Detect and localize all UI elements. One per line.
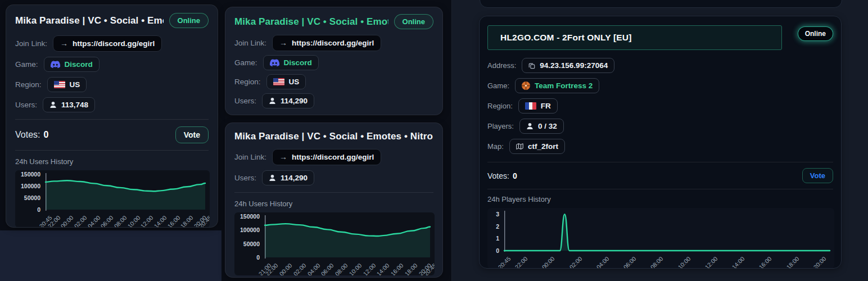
- users-history-chart: 15000010000050000020:4522:0000:0002:0004…: [15, 170, 210, 228]
- server-list-page: Mika Paradise | VC • Social • Emotes ...…: [0, 0, 868, 281]
- divider: [487, 162, 833, 162]
- players-value: 0 / 32: [538, 121, 557, 131]
- votes-count: 0: [513, 171, 517, 180]
- game-pill[interactable]: Team Fortress 2: [515, 78, 599, 93]
- card-header: Mika Paradise | VC • Social • Emotes • N…: [234, 131, 433, 142]
- game-pill[interactable]: Discord: [44, 57, 100, 72]
- users-label: Users:: [234, 174, 256, 182]
- discord-icon: [270, 59, 279, 66]
- address-value: 94.23.156.99:27064: [540, 61, 608, 70]
- join-link-row: Join Link: → https://discord.gg/egirl: [234, 35, 433, 51]
- votes-text: Votes:0: [15, 130, 48, 140]
- chart-title: 24h Users History: [234, 200, 433, 208]
- user-icon: [269, 97, 276, 105]
- address-label: Address:: [487, 61, 516, 70]
- copy-icon: [528, 62, 535, 69]
- users-value: 114,290: [281, 96, 308, 106]
- region-pill: US: [47, 77, 87, 92]
- map-icon: [516, 143, 523, 150]
- card-header: Mika Paradise | VC • Social • Emotes ...…: [234, 14, 433, 29]
- status-badge: Online: [169, 13, 209, 28]
- join-link-button[interactable]: → https://discord.gg/egirl: [53, 35, 162, 52]
- game-row: Game: Team Fortress 2: [487, 78, 833, 93]
- users-label: Users:: [234, 97, 256, 105]
- chart-title: 24h Users History: [15, 157, 209, 166]
- join-link-label: Join Link:: [234, 153, 266, 161]
- server-title-link[interactable]: Mika Paradise | VC • Social • Emotes • N…: [234, 131, 433, 142]
- game-label: Game:: [15, 60, 38, 69]
- region-row: Region: FR: [487, 98, 833, 114]
- region-row: Region: US: [15, 77, 209, 92]
- map-label: Map:: [487, 142, 504, 151]
- map-row: Map: ctf_2fort: [487, 139, 833, 154]
- vote-button[interactable]: Vote: [802, 168, 833, 183]
- user-icon: [49, 101, 57, 108]
- tf2-icon: [522, 81, 530, 90]
- game-row: Game: Discord: [234, 55, 433, 70]
- region-pill: US: [266, 74, 306, 89]
- region-label: Region:: [487, 102, 513, 110]
- users-pill: 114,290: [262, 93, 314, 108]
- game-label: Game:: [234, 58, 257, 67]
- join-link-label: Join Link:: [15, 39, 47, 48]
- map-pill: ctf_2fort: [509, 139, 565, 154]
- region-label: Region:: [15, 80, 42, 89]
- server-card-discord-1: Mika Paradise | VC • Social • Emotes ...…: [6, 4, 218, 228]
- game-value: Discord: [284, 58, 312, 67]
- divider: [15, 119, 209, 120]
- card-header: HL2GO.COM - 2Fort ONLY [EU] Online: [487, 25, 833, 50]
- users-history-chart: 15000010000050000021:0022:0000:0002:0004…: [234, 212, 435, 275]
- left-section-background: [0, 230, 221, 281]
- join-link-button[interactable]: → https://discord.gg/egirl: [272, 149, 381, 165]
- users-row: Users: 113,748: [15, 97, 209, 112]
- address-copy-button[interactable]: 94.23.156.99:27064: [522, 58, 614, 73]
- previous-card-partial: [480, 0, 842, 8]
- arrow-right-icon: →: [279, 152, 287, 162]
- join-link-row: Join Link: → https://discord.gg/egirl: [15, 35, 209, 52]
- votes-row: Votes:0 Vote: [487, 168, 833, 183]
- users-value: 114,290: [281, 173, 308, 183]
- players-pill: 0 / 32: [519, 119, 564, 134]
- divider: [15, 150, 209, 151]
- server-title-text: HL2GO.COM - 2Fort ONLY [EU]: [500, 33, 632, 43]
- server-title-link[interactable]: Mika Paradise | VC • Social • Emotes ...: [15, 15, 164, 26]
- server-card-discord-3: Mika Paradise | VC • Social • Emotes • N…: [225, 123, 443, 278]
- join-link-value: https://discord.gg/egirl: [73, 39, 155, 48]
- region-value: US: [289, 77, 300, 87]
- users-value: 113,748: [61, 100, 88, 110]
- map-value: ctf_2fort: [528, 142, 558, 151]
- server-card-discord-2: Mika Paradise | VC • Social • Emotes ...…: [225, 7, 443, 115]
- user-icon: [526, 123, 534, 130]
- game-pill[interactable]: Discord: [263, 55, 319, 70]
- divider: [487, 189, 833, 189]
- server-title-link[interactable]: Mika Paradise | VC • Social • Emotes ...: [234, 16, 388, 28]
- us-flag-icon: [54, 81, 65, 88]
- game-value: Discord: [65, 60, 93, 69]
- server-card-tf2: HL2GO.COM - 2Fort ONLY [EU] Online Addre…: [479, 16, 842, 269]
- user-icon: [269, 174, 276, 182]
- region-row: Region: US: [234, 74, 433, 89]
- status-badge: Online: [798, 26, 833, 41]
- join-link-label: Join Link:: [234, 39, 266, 47]
- join-link-value: https://discord.gg/egirl: [292, 152, 374, 162]
- game-label: Game:: [487, 81, 509, 90]
- players-label: Players:: [487, 122, 514, 130]
- discord-icon: [51, 61, 60, 68]
- join-link-row: Join Link: → https://discord.gg/egirl: [234, 149, 433, 165]
- region-label: Region:: [234, 78, 261, 86]
- join-link-button[interactable]: → https://discord.gg/egirl: [272, 35, 381, 51]
- region-value: FR: [541, 101, 551, 111]
- join-link-value: https://discord.gg/egirl: [292, 38, 374, 48]
- users-pill: 113,748: [43, 97, 95, 112]
- players-row: Players: 0 / 32: [487, 119, 833, 134]
- server-title-link[interactable]: HL2GO.COM - 2Fort ONLY [EU]: [487, 25, 782, 50]
- divider: [234, 192, 433, 193]
- arrow-right-icon: →: [279, 38, 287, 48]
- users-row: Users: 114,290: [234, 93, 433, 108]
- players-history-chart: 321020:4522:0000:0002:0004:0006:0008:001…: [487, 208, 834, 269]
- vote-button[interactable]: Vote: [175, 126, 209, 143]
- fr-flag-icon: [525, 102, 536, 110]
- region-pill: FR: [518, 98, 558, 114]
- votes-count: 0: [43, 130, 48, 139]
- status-badge: Online: [394, 14, 433, 29]
